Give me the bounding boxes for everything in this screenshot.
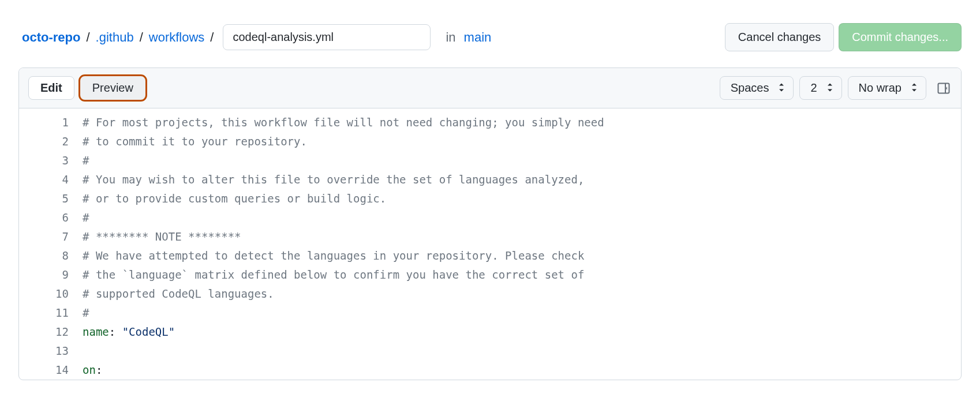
- line-number: 9: [19, 265, 83, 284]
- code-line: 5# or to provide custom queries or build…: [19, 189, 961, 208]
- line-number: 6: [19, 208, 83, 227]
- indent-size-value: 2: [810, 81, 817, 95]
- file-header: octo-repo / .github / workflows / in mai…: [18, 23, 962, 51]
- breadcrumb-path-github[interactable]: .github: [92, 30, 137, 45]
- filename-input[interactable]: [223, 24, 431, 50]
- branch-link[interactable]: main: [464, 30, 492, 45]
- indent-mode-value: Spaces: [731, 81, 769, 95]
- chevron-updown-icon: [826, 81, 833, 95]
- line-number: 3: [19, 151, 83, 170]
- line-number: 10: [19, 284, 83, 303]
- code-line: 9# the `language` matrix defined below t…: [19, 265, 961, 284]
- line-number: 13: [19, 342, 83, 361]
- tab-preview[interactable]: Preview: [80, 76, 145, 100]
- wrap-mode-select[interactable]: No wrap: [848, 76, 926, 100]
- breadcrumb-sep: /: [85, 30, 91, 45]
- code-line: 12name: "CodeQL": [19, 322, 961, 342]
- line-content: on:: [83, 361, 961, 380]
- breadcrumb-repo[interactable]: octo-repo: [18, 30, 84, 45]
- panel-collapse-icon[interactable]: [936, 80, 952, 96]
- chevron-updown-icon: [778, 81, 785, 95]
- code-editor[interactable]: 1# For most projects, this workflow file…: [19, 108, 961, 380]
- line-number: 8: [19, 246, 83, 265]
- wrap-mode-value: No wrap: [859, 81, 902, 95]
- line-content: #: [83, 208, 961, 227]
- breadcrumb: octo-repo / .github / workflows /: [18, 30, 215, 45]
- line-content: #: [83, 151, 961, 170]
- line-number: 1: [19, 113, 83, 132]
- code-line: 3#: [19, 151, 961, 170]
- code-line: 7# ******** NOTE ********: [19, 227, 961, 246]
- line-content: #: [83, 303, 961, 322]
- line-content: # ******** NOTE ********: [83, 227, 961, 246]
- code-line: 1# For most projects, this workflow file…: [19, 113, 961, 132]
- line-content: # You may wish to alter this file to ove…: [83, 170, 961, 189]
- line-number: 7: [19, 227, 83, 246]
- breadcrumb-sep: /: [209, 30, 215, 45]
- line-number: 11: [19, 303, 83, 322]
- code-line: 10# supported CodeQL languages.: [19, 284, 961, 303]
- code-line: 2# to commit it to your repository.: [19, 132, 961, 151]
- breadcrumb-sep: /: [139, 30, 144, 45]
- line-number: 2: [19, 132, 83, 151]
- line-content: # the `language` matrix defined below to…: [83, 265, 961, 284]
- code-line: 11#: [19, 303, 961, 322]
- cancel-button[interactable]: Cancel changes: [725, 23, 834, 51]
- svg-rect-0: [938, 83, 949, 93]
- line-content: # For most projects, this workflow file …: [83, 113, 961, 132]
- chevron-updown-icon: [911, 81, 918, 95]
- indent-mode-select[interactable]: Spaces: [720, 76, 794, 100]
- editor-toolbar: Edit Preview Spaces 2 No wrap: [19, 68, 961, 108]
- code-line: 8# We have attempted to detect the langu…: [19, 246, 961, 265]
- line-content: # to commit it to your repository.: [83, 132, 961, 151]
- indent-size-select[interactable]: 2: [799, 76, 841, 100]
- tab-edit[interactable]: Edit: [28, 76, 74, 100]
- code-line: 14on:: [19, 361, 961, 380]
- line-content: [83, 342, 961, 361]
- line-number: 12: [19, 322, 83, 342]
- in-label: in: [446, 30, 455, 45]
- line-content: # or to provide custom queries or build …: [83, 189, 961, 208]
- editor-box: Edit Preview Spaces 2 No wrap: [18, 68, 962, 380]
- line-number: 14: [19, 361, 83, 380]
- line-content: # We have attempted to detect the langua…: [83, 246, 961, 265]
- line-content: # supported CodeQL languages.: [83, 284, 961, 303]
- code-line: 13: [19, 342, 961, 361]
- code-line: 6#: [19, 208, 961, 227]
- line-number: 5: [19, 189, 83, 208]
- code-line: 4# You may wish to alter this file to ov…: [19, 170, 961, 189]
- line-content: name: "CodeQL": [83, 322, 961, 342]
- commit-button[interactable]: Commit changes...: [839, 23, 962, 51]
- breadcrumb-path-workflows[interactable]: workflows: [145, 30, 208, 45]
- line-number: 4: [19, 170, 83, 189]
